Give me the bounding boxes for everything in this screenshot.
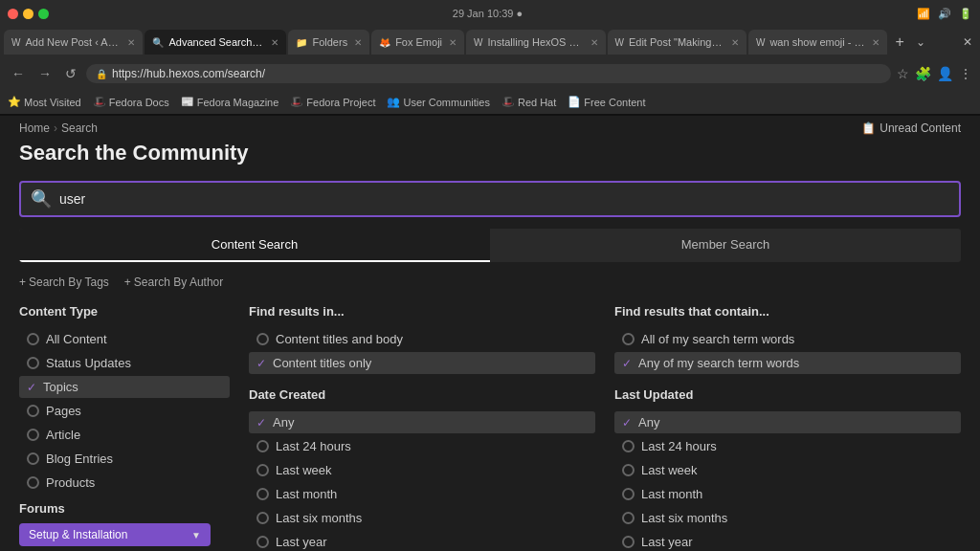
maximize-button[interactable] — [38, 9, 49, 19]
tab-label: Folders — [312, 36, 347, 48]
forums-section: Forums Setup & Installation ▼ — [19, 501, 230, 546]
tab-fox-emoji[interactable]: 🦊 Fox Emoji ✕ — [371, 30, 464, 55]
radio-updated-six-months — [622, 512, 635, 524]
option-updated-24h[interactable]: Last 24 hours — [614, 435, 961, 457]
breadcrumb-home[interactable]: Home — [19, 121, 50, 135]
search-input[interactable] — [59, 191, 949, 207]
tab-edit-post[interactable]: W Edit Post "Making m... ✕ — [608, 30, 746, 55]
option-date-24h[interactable]: Last 24 hours — [249, 435, 595, 457]
option-date-year[interactable]: Last year — [249, 531, 595, 551]
option-date-six-months[interactable]: Last six months — [249, 507, 595, 529]
tab-close-icon[interactable]: ✕ — [590, 37, 598, 48]
bookmark-fedora-docs[interactable]: 🎩 Fedora Docs — [93, 96, 169, 108]
project-icon: 🎩 — [290, 96, 303, 108]
search-icon: 🔍 — [31, 188, 52, 209]
option-blog-entries[interactable]: Blog Entries — [19, 448, 230, 470]
option-all-words[interactable]: All of my search term words — [614, 328, 961, 350]
option-date-month[interactable]: Last month — [249, 483, 595, 505]
chevron-down-icon: ▼ — [191, 530, 201, 540]
tab-member-search[interactable]: Member Search — [490, 229, 961, 262]
new-tab-button[interactable]: + — [889, 33, 909, 51]
profile-icon[interactable]: 👤 — [937, 66, 953, 81]
menu-icon[interactable]: ⋮ — [959, 66, 972, 81]
forum-dropdown-label: Setup & Installation — [29, 528, 127, 541]
option-updated-year[interactable]: Last year — [614, 531, 961, 551]
tab-close-icon[interactable]: ✕ — [449, 37, 457, 48]
tab-label: Add New Post ‹ Ann... — [25, 36, 121, 48]
bookmark-fedora-project[interactable]: 🎩 Fedora Project — [290, 96, 375, 108]
tab-advanced-search[interactable]: 🔍 Advanced Search - H... ✕ — [145, 30, 286, 55]
option-titles-body[interactable]: Content titles and body — [249, 328, 595, 350]
option-updated-any[interactable]: ✓ Any — [614, 411, 961, 433]
option-updated-week[interactable]: Last week — [614, 459, 961, 481]
top-nav: Home › Search 📋 Unread Content — [0, 116, 980, 141]
filters-grid: Content Type All Content Status Updates … — [19, 304, 961, 551]
bookmark-star-icon[interactable]: ☆ — [897, 66, 909, 81]
tab-add-new-post[interactable]: W Add New Post ‹ Ann... ✕ — [4, 30, 143, 55]
tab-close-icon[interactable]: ✕ — [127, 37, 135, 48]
option-all-content[interactable]: All Content — [19, 328, 230, 350]
check-icon: ✓ — [622, 416, 632, 430]
search-box: 🔍 — [19, 181, 961, 217]
search-tabs: Content Search Member Search — [19, 229, 961, 262]
radio-article — [27, 429, 39, 441]
find-results-contain-title: Find results that contain... — [614, 304, 961, 319]
tab-wan-emoji[interactable]: W wan show emoji - G... ✕ — [748, 30, 887, 55]
tab-close-all-button[interactable]: ✕ — [959, 35, 976, 49]
bookmark-fedora-magazine[interactable]: 📰 Fedora Magazine — [181, 96, 279, 108]
tab-content-search[interactable]: Content Search — [19, 229, 490, 262]
bookmark-user-communities[interactable]: 👥 User Communities — [387, 96, 489, 108]
unread-content-button[interactable]: 📋 Unread Content — [861, 121, 961, 135]
check-icon: ✓ — [27, 381, 36, 394]
radio-status-updates — [27, 357, 39, 369]
option-titles-only[interactable]: ✓ Content titles only — [249, 352, 595, 374]
check-icon: ✓ — [622, 357, 632, 370]
option-products[interactable]: Products — [19, 472, 230, 494]
option-date-any[interactable]: ✓ Any — [249, 411, 595, 433]
option-topics[interactable]: ✓ Topics — [19, 376, 230, 398]
option-article[interactable]: Article — [19, 424, 230, 446]
option-date-week[interactable]: Last week — [249, 459, 595, 481]
option-updated-month[interactable]: Last month — [614, 483, 961, 505]
radio-date-24h — [256, 440, 269, 452]
tab-label: wan show emoji - G... — [769, 36, 865, 48]
close-button[interactable] — [8, 9, 18, 19]
free-content-icon: 📄 — [568, 96, 581, 108]
tab-folders[interactable]: 📁 Folders ✕ — [288, 30, 369, 55]
tab-favicon: W — [474, 37, 482, 48]
content-type-section: Content Type All Content Status Updates … — [19, 304, 230, 551]
extensions-icon[interactable]: 🧩 — [915, 66, 931, 81]
reload-button[interactable]: ↺ — [61, 64, 80, 83]
tab-list-button[interactable]: ⌄ — [912, 35, 929, 49]
search-by-tags-link[interactable]: + Search By Tags — [19, 276, 109, 289]
tab-close-icon[interactable]: ✕ — [271, 37, 278, 48]
bookmark-free-content[interactable]: 📄 Free Content — [568, 96, 645, 108]
option-status-updates[interactable]: Status Updates — [19, 352, 230, 374]
find-results-in-title: Find results in... — [249, 304, 595, 319]
search-by-author-link[interactable]: + Search By Author — [124, 276, 223, 289]
url-bar[interactable]: 🔒 https://hub.hexos.com/search/ — [86, 64, 891, 83]
star-icon: ⭐ — [8, 96, 21, 108]
tab-close-icon[interactable]: ✕ — [872, 37, 880, 48]
tab-close-icon[interactable]: ✕ — [731, 37, 739, 48]
forums-title: Forums — [19, 501, 230, 516]
forward-button[interactable]: → — [34, 64, 56, 83]
radio-updated-year — [622, 536, 635, 548]
back-button[interactable]: ← — [8, 64, 29, 83]
bookmark-red-hat[interactable]: 🎩 Red Hat — [501, 96, 556, 108]
unread-icon: 📋 — [861, 121, 876, 135]
tab-installing-hexos[interactable]: W Installing HexOS – A... ✕ — [466, 30, 605, 55]
option-any-words[interactable]: ✓ Any of my search term words — [614, 352, 961, 374]
tabs-bar: W Add New Post ‹ Ann... ✕ 🔍 Advanced Sea… — [0, 27, 980, 57]
minimize-button[interactable] — [23, 9, 33, 19]
bookmark-most-visited[interactable]: ⭐ Most Visited — [8, 96, 81, 108]
tab-favicon: W — [11, 37, 20, 48]
radio-updated-24h — [622, 440, 635, 452]
option-updated-six-months[interactable]: Last six months — [614, 507, 961, 529]
forum-dropdown[interactable]: Setup & Installation ▼ — [19, 523, 211, 546]
tab-close-icon[interactable]: ✕ — [354, 37, 362, 48]
radio-titles-body — [256, 333, 269, 345]
option-pages[interactable]: Pages — [19, 400, 230, 422]
page-main: Search the Community 🔍 Content Search Me… — [0, 141, 980, 551]
lock-icon: 🔒 — [96, 69, 107, 79]
